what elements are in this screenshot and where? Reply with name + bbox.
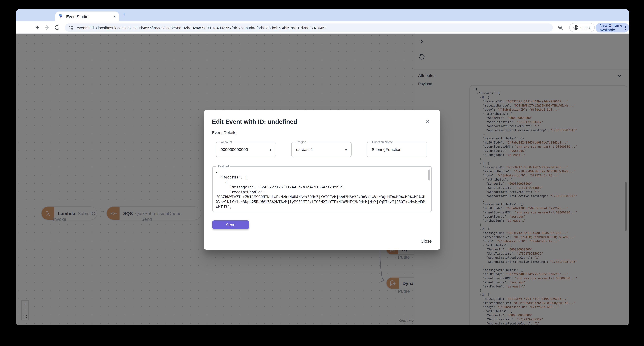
dropdown-arrow-icon: ▼: [269, 148, 272, 151]
region-value: us-east-1: [296, 142, 313, 157]
profile-button[interactable]: Guest: [569, 23, 595, 32]
zoom-icon[interactable]: [558, 25, 564, 31]
browser-tab[interactable]: EventStudio ×: [55, 12, 119, 21]
back-icon[interactable]: [34, 25, 40, 31]
chrome-update-label: New Chrome available: [600, 23, 623, 32]
account-value: 000000000000: [220, 142, 248, 157]
reload-icon[interactable]: [54, 25, 60, 31]
tab-title: EventStudio: [66, 14, 113, 19]
textarea-scrollbar-thumb[interactable]: [428, 169, 430, 181]
avatar-icon: [573, 25, 578, 30]
region-select[interactable]: Region us-east-1 ▼: [291, 142, 352, 157]
profile-label: Guest: [580, 25, 591, 30]
payload-field[interactable]: Payload { "Records": [ { "messageId": "6…: [212, 166, 432, 212]
function-name-field[interactable]: Function Name: [367, 142, 427, 157]
url-bar[interactable]: eventstudio.localhost.localstack.cloud:4…: [65, 24, 553, 32]
tab-close-icon[interactable]: ×: [113, 14, 116, 19]
payload-textarea[interactable]: { "Records": [ { "messageId": "65032221-…: [216, 170, 426, 210]
site-settings-icon[interactable]: [69, 25, 74, 30]
event-details-label: Event Details: [212, 130, 236, 135]
favicon: [58, 14, 63, 19]
chrome-update-button[interactable]: New Chrome available: [596, 23, 629, 32]
payload-label: Payload: [216, 164, 230, 168]
account-select[interactable]: Account 000000000000 ▼: [216, 142, 276, 157]
tab-strip: EventStudio × +: [16, 9, 629, 21]
dropdown-arrow-icon: ▼: [345, 148, 348, 151]
screen: EventStudio × + eventstudio.localhost.lo…: [0, 0, 644, 346]
new-tab-button[interactable]: +: [122, 11, 126, 18]
url-text: eventstudio.localhost.localstack.cloud:4…: [77, 25, 327, 30]
browser-toolbar: eventstudio.localhost.localstack.cloud:4…: [16, 21, 629, 34]
function-name-input[interactable]: [367, 142, 427, 157]
close-button[interactable]: Close: [420, 239, 432, 243]
close-icon[interactable]: ✕: [426, 118, 430, 125]
menu-kebab-icon[interactable]: [625, 26, 626, 30]
browser-window: EventStudio × + eventstudio.localhost.lo…: [16, 9, 629, 325]
edit-event-modal: Edit Event with ID: undefined ✕ Event De…: [204, 110, 440, 250]
modal-title: Edit Event with ID: undefined: [212, 118, 297, 125]
send-button[interactable]: Send: [212, 220, 249, 229]
forward-icon[interactable]: [44, 25, 50, 31]
